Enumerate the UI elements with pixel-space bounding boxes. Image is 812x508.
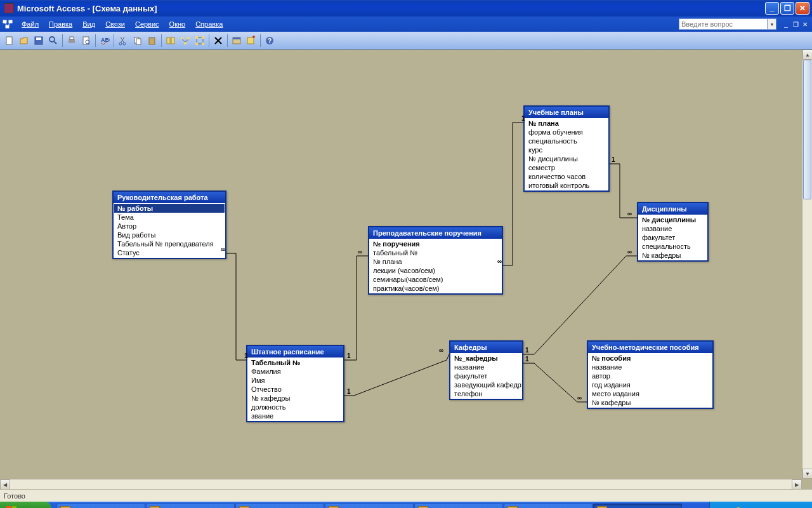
table-field[interactable]: факультет <box>639 233 707 242</box>
help-button[interactable]: ? <box>263 34 277 48</box>
print-button[interactable] <box>65 34 79 48</box>
new-button[interactable] <box>3 34 16 48</box>
table-field[interactable]: название <box>639 224 707 233</box>
new-object-button[interactable] <box>244 34 258 48</box>
table-header[interactable]: Учебные планы <box>525 107 608 118</box>
table-field[interactable]: Тема <box>114 213 225 222</box>
paste-button[interactable] <box>145 34 159 48</box>
show-table-button[interactable] <box>164 34 178 48</box>
table-field[interactable]: звание <box>248 411 343 420</box>
vertical-scroll-thumb[interactable] <box>803 60 811 199</box>
help-question-dropdown[interactable]: ▾ <box>768 18 776 30</box>
table-field[interactable]: Табельный № <box>248 358 343 367</box>
table-header[interactable]: Учебно-методические пособия <box>588 342 712 353</box>
table-t6[interactable]: Дисциплины№ дисциплиныназваниефакультетс… <box>637 202 709 262</box>
table-field[interactable]: заведующий кафедрой <box>451 380 521 389</box>
menu-relations[interactable]: Связи <box>100 18 130 30</box>
show-direct-button[interactable] <box>178 34 192 48</box>
search-button[interactable] <box>46 34 60 48</box>
relationships-canvas[interactable]: Руководительская работа№ работыТемаАвтор… <box>1 50 802 479</box>
table-field[interactable]: специальность <box>525 137 608 145</box>
table-field[interactable]: семестр <box>525 163 608 172</box>
table-field[interactable]: Статус <box>114 248 225 257</box>
child-minimize-button[interactable]: _ <box>782 20 790 29</box>
table-field[interactable]: лекции (часов/сем) <box>370 266 501 275</box>
help-question-input[interactable] <box>679 18 768 30</box>
database-window-button[interactable] <box>230 34 244 48</box>
table-field[interactable]: количество часов <box>525 172 608 181</box>
taskbar-item[interactable]: кафедры : база... <box>504 504 593 508</box>
table-t3[interactable]: Преподавательские поручения№ порученията… <box>368 226 503 295</box>
scroll-down-button[interactable]: ▼ <box>802 469 812 479</box>
table-field[interactable]: специальность <box>639 242 707 251</box>
table-field[interactable]: итоговый контроль <box>525 181 608 190</box>
show-all-button[interactable] <box>193 34 207 48</box>
table-t4[interactable]: Кафедры№_кафедрыназваниефакультетзаведую… <box>449 340 523 400</box>
menu-window[interactable]: Окно <box>164 18 191 30</box>
delete-button[interactable] <box>211 34 225 48</box>
table-field[interactable]: табельный № <box>370 248 501 257</box>
table-field[interactable]: форма обучения <box>525 128 608 137</box>
table-field[interactable]: № плана <box>525 119 608 128</box>
cut-button[interactable] <box>116 34 130 48</box>
table-field[interactable]: №_кафедры <box>451 354 521 363</box>
table-t5[interactable]: Учебные планы№ планаформа обученияспециа… <box>523 105 610 192</box>
table-field[interactable]: телефон <box>451 389 521 398</box>
table-field[interactable]: № поручения <box>370 239 501 248</box>
minimize-button[interactable]: _ <box>765 2 779 15</box>
table-field[interactable]: Табельный № преподавателя <box>114 239 225 248</box>
save-button[interactable] <box>32 34 46 48</box>
taskbar-item[interactable]: курсовая аидс <box>325 504 414 508</box>
taskbar-item[interactable]: Написать письм... <box>56 504 145 508</box>
print-preview-button[interactable] <box>79 34 93 48</box>
child-close-button[interactable]: ✕ <box>801 20 809 29</box>
table-t1[interactable]: Руководительская работа№ работыТемаАвтор… <box>112 190 226 259</box>
horizontal-scrollbar[interactable]: ◀ ▶ <box>0 479 802 489</box>
table-field[interactable]: должность <box>248 403 343 411</box>
table-field[interactable]: Имя <box>248 376 343 385</box>
child-restore-button[interactable]: ❐ <box>791 20 800 29</box>
menu-tools[interactable]: Сервис <box>130 18 164 30</box>
table-header[interactable]: Кафедры <box>450 342 522 353</box>
table-field[interactable]: № дисциплины <box>639 215 707 224</box>
table-field[interactable]: Отчество <box>248 385 343 394</box>
table-field[interactable]: № кафедры <box>589 398 712 407</box>
menu-edit[interactable]: Правка <box>44 18 77 30</box>
table-field[interactable]: название <box>589 363 712 371</box>
table-field[interactable]: автор <box>589 371 712 380</box>
table-field[interactable]: № кафедры <box>248 394 343 403</box>
scroll-up-button[interactable]: ▲ <box>802 50 812 60</box>
vertical-scrollbar[interactable]: ▲ ▼ <box>802 50 812 479</box>
table-header[interactable]: Штатное расписание <box>247 346 343 358</box>
table-field[interactable]: место издания <box>589 389 712 398</box>
table-t7[interactable]: Учебно-методические пособия№ пособияназв… <box>587 340 714 409</box>
start-button[interactable]: пуск <box>0 502 51 508</box>
table-field[interactable]: № плана <box>370 257 501 266</box>
taskbar-item[interactable]: Схема данных <box>593 504 682 508</box>
table-field[interactable]: № пособия <box>589 354 712 363</box>
table-field[interactable]: практика(часов/сем) <box>370 284 501 293</box>
table-field[interactable]: Вид работы <box>114 231 225 239</box>
table-header[interactable]: Руководительская работа <box>114 192 225 203</box>
maximize-button[interactable]: ❐ <box>780 2 794 15</box>
menu-file[interactable]: Файл <box>16 18 44 30</box>
menu-view[interactable]: Вид <box>77 18 100 30</box>
table-field[interactable]: семинары(часов/сем) <box>370 275 501 284</box>
table-field[interactable]: факультет <box>451 371 521 380</box>
spelling-button[interactable]: ABC <box>98 34 112 48</box>
table-header[interactable]: Преподавательские поручения <box>369 227 502 239</box>
open-button[interactable] <box>17 34 31 48</box>
table-header[interactable]: Дисциплины <box>638 203 707 215</box>
table-field[interactable]: № работы <box>114 204 225 213</box>
table-field[interactable]: Фамилия <box>248 367 343 376</box>
close-button[interactable]: ✕ <box>796 2 809 15</box>
scroll-right-button[interactable]: ▶ <box>792 479 802 490</box>
table-field[interactable]: название <box>451 363 521 371</box>
taskbar-item[interactable]: kursovi-rob.pdf -... <box>414 504 503 508</box>
scroll-left-button[interactable]: ◀ <box>0 479 10 490</box>
table-field[interactable]: год издания <box>589 380 712 389</box>
taskbar-item[interactable]: черновик.doc - ... <box>146 504 235 508</box>
table-t2[interactable]: Штатное расписаниеТабельный №ФамилияИмяО… <box>246 345 344 422</box>
copy-button[interactable] <box>131 34 145 48</box>
taskbar-item[interactable]: Съемный диск (F:) <box>235 504 324 508</box>
